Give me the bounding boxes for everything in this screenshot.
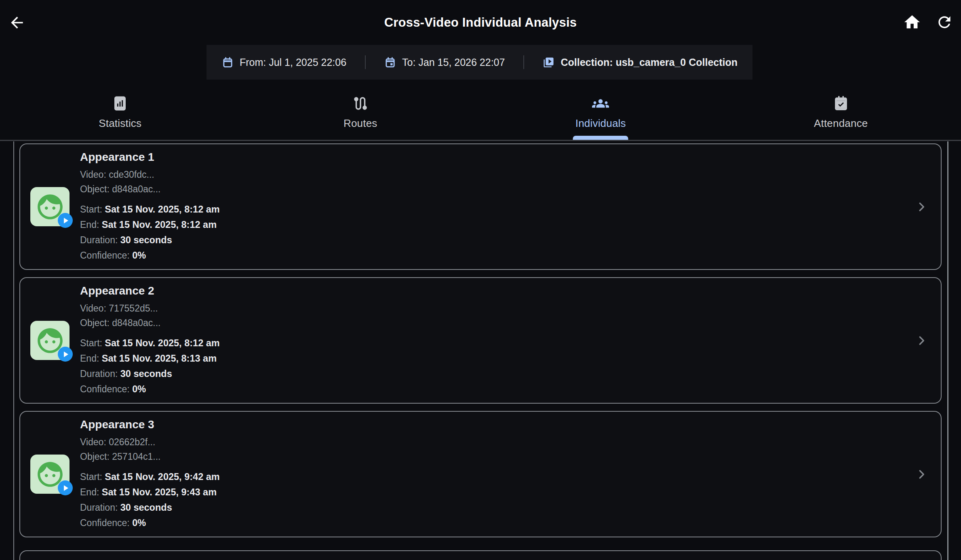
appearance-title: Appearance 3	[80, 418, 220, 431]
object-line: Object: d848a0ac...	[80, 182, 220, 196]
tab-routes[interactable]: Routes	[240, 89, 481, 140]
start-line: Start: Sat 15 Nov. 2025, 9:42 am	[80, 469, 220, 484]
play-button[interactable]	[58, 347, 73, 362]
avatar	[30, 321, 70, 360]
object-id: d848a0ac...	[112, 318, 160, 328]
end-line: End: Sat 15 Nov. 2025, 8:12 am	[80, 217, 220, 232]
duration-line: Duration: 30 seconds	[80, 500, 220, 515]
tab-label: Routes	[344, 117, 377, 130]
video-line: Video: 02662b2f...	[80, 435, 220, 449]
filter-divider	[365, 55, 366, 69]
detail-block: Start: Sat 15 Nov. 2025, 8:12 am End: Sa…	[80, 202, 220, 263]
video-id: 02662b2f...	[109, 437, 155, 447]
detail-block: Start: Sat 15 Nov. 2025, 8:12 am End: Sa…	[80, 335, 220, 397]
play-button[interactable]	[58, 480, 73, 495]
filter-collection-label: Collection: usb_camera_0 Collection	[561, 57, 738, 68]
video-line: Video: cde30fdc...	[80, 167, 220, 182]
end-value: Sat 15 Nov. 2025, 8:13 am	[102, 353, 217, 364]
tab-attendance[interactable]: Attendance	[721, 89, 961, 140]
tab-label: Attendance	[814, 117, 868, 130]
appearance-title: Appearance 2	[80, 284, 220, 297]
chevron-right-icon[interactable]	[914, 467, 929, 482]
avatar	[30, 455, 70, 494]
start-line: Start: Sat 15 Nov. 2025, 8:12 am	[80, 335, 220, 351]
duration-line: Duration: 30 seconds	[80, 366, 220, 381]
event-available-icon	[832, 95, 849, 112]
filter-collection[interactable]: Collection: usb_camera_0 Collection	[543, 57, 738, 68]
appearance-title: Appearance 1	[80, 151, 220, 164]
play-button[interactable]	[58, 213, 73, 228]
video-line: Video: 717552d5...	[80, 301, 220, 316]
detail-block: Start: Sat 15 Nov. 2025, 9:42 am End: Sa…	[80, 469, 220, 531]
filter-to-label: To: Jan 15, 2026 22:07	[402, 57, 505, 68]
appearance-card-3[interactable]: Appearance 3 Video: 02662b2f... Object: …	[19, 411, 942, 537]
tab-label: Statistics	[99, 117, 141, 130]
duration-line: Duration: 30 seconds	[80, 232, 220, 248]
bar-chart-icon	[112, 95, 129, 112]
object-id: d848a0ac...	[112, 184, 160, 194]
end-line: End: Sat 15 Nov. 2025, 9:43 am	[80, 484, 220, 500]
appearance-card-1[interactable]: Appearance 1 Video: cde30fdc... Object: …	[19, 143, 942, 270]
end-value: Sat 15 Nov. 2025, 9:43 am	[102, 487, 217, 497]
video-library-icon	[543, 57, 554, 68]
start-value: Sat 15 Nov. 2025, 8:12 am	[105, 204, 219, 215]
refresh-icon[interactable]	[936, 13, 953, 31]
tab-bar: Statistics Routes Individuals Attendance	[0, 89, 961, 140]
home-icon[interactable]	[903, 13, 921, 32]
confidence-line: Confidence: 0%	[80, 248, 220, 263]
end-value: Sat 15 Nov. 2025, 8:12 am	[102, 219, 217, 230]
filter-from[interactable]: From: Jul 1, 2025 22:06	[222, 57, 346, 68]
duration-value: 30 seconds	[120, 235, 172, 245]
appearance-card-4-partial[interactable]	[19, 550, 942, 560]
top-app-bar: Cross-Video Individual Analysis	[0, 0, 961, 40]
end-line: End: Sat 15 Nov. 2025, 8:13 am	[80, 351, 220, 366]
object-id: 257104c1...	[112, 451, 160, 462]
tabbar-divider	[0, 140, 961, 141]
filter-to[interactable]: To: Jan 15, 2026 22:07	[384, 57, 505, 68]
duration-value: 30 seconds	[120, 368, 172, 379]
chevron-right-icon[interactable]	[914, 200, 929, 214]
confidence-value: 0%	[132, 250, 146, 261]
avatar	[30, 187, 70, 226]
appearance-card-2[interactable]: Appearance 2 Video: 717552d5... Object: …	[19, 277, 942, 404]
scrollbar[interactable]	[947, 141, 948, 560]
start-value: Sat 15 Nov. 2025, 9:42 am	[105, 472, 219, 482]
duration-value: 30 seconds	[120, 502, 172, 513]
video-id: 717552d5...	[109, 303, 158, 314]
calendar-icon	[222, 57, 234, 68]
filter-divider	[523, 55, 524, 69]
tab-label: Individuals	[575, 117, 626, 130]
tab-individuals[interactable]: Individuals	[480, 89, 721, 140]
chevron-right-icon[interactable]	[914, 333, 929, 348]
confidence-value: 0%	[132, 518, 146, 528]
object-line: Object: d848a0ac...	[80, 316, 220, 330]
confidence-value: 0%	[132, 384, 146, 394]
page-title: Cross-Video Individual Analysis	[0, 15, 961, 30]
list-left-border	[13, 141, 14, 560]
route-icon	[352, 95, 369, 112]
object-line: Object: 257104c1...	[80, 449, 220, 464]
filter-bar: From: Jul 1, 2025 22:06 To: Jan 15, 2026…	[207, 45, 752, 80]
card-content: Appearance 3 Video: 02662b2f... Object: …	[80, 418, 220, 531]
calendar-event-icon	[384, 57, 396, 68]
start-value: Sat 15 Nov. 2025, 8:12 am	[105, 338, 219, 348]
card-content: Appearance 2 Video: 717552d5... Object: …	[80, 284, 220, 397]
confidence-line: Confidence: 0%	[80, 381, 220, 397]
card-content: Appearance 1 Video: cde30fdc... Object: …	[80, 151, 220, 263]
video-id: cde30fdc...	[109, 169, 154, 180]
tab-statistics[interactable]: Statistics	[0, 89, 240, 140]
start-line: Start: Sat 15 Nov. 2025, 8:12 am	[80, 202, 220, 217]
groups-icon	[592, 95, 609, 112]
filter-from-label: From: Jul 1, 2025 22:06	[240, 57, 346, 68]
confidence-line: Confidence: 0%	[80, 515, 220, 531]
